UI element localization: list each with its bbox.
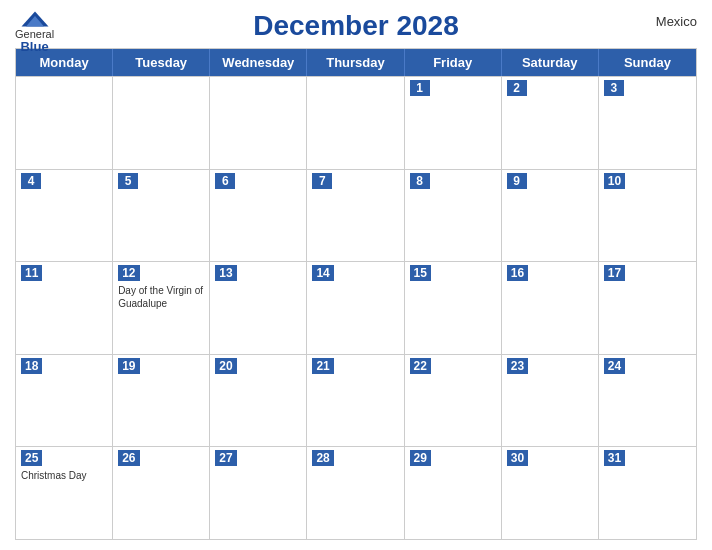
calendar-cell: 27 xyxy=(210,447,307,539)
day-number: 0 xyxy=(312,80,332,96)
calendar-cell: 6 xyxy=(210,170,307,262)
calendar-cell: 17 xyxy=(599,262,696,354)
calendar-cell: 9 xyxy=(502,170,599,262)
calendar-row: 45678910 xyxy=(16,169,696,262)
day-number: 1 xyxy=(410,80,430,96)
calendar-cell: 26 xyxy=(113,447,210,539)
day-number: 28 xyxy=(312,450,333,466)
calendar-row: 25Christmas Day262728293031 xyxy=(16,446,696,539)
calendar-cell: 4 xyxy=(16,170,113,262)
day-number: 24 xyxy=(604,358,625,374)
calendar-cell: 3 xyxy=(599,77,696,169)
calendar-cell: 15 xyxy=(405,262,502,354)
day-number: 9 xyxy=(507,173,527,189)
calendar-cell: 5 xyxy=(113,170,210,262)
calendar-cell: 28 xyxy=(307,447,404,539)
day-number: 27 xyxy=(215,450,236,466)
day-number: 13 xyxy=(215,265,236,281)
calendar: MondayTuesdayWednesdayThursdayFridaySatu… xyxy=(15,48,697,540)
page: General Blue December 2028 Mexico Monday… xyxy=(0,0,712,550)
calendar-cell: 1 xyxy=(405,77,502,169)
calendar-body: 0000123456789101112Day of the Virgin of … xyxy=(16,76,696,539)
weekday-header: Tuesday xyxy=(113,49,210,76)
calendar-cell: 24 xyxy=(599,355,696,447)
calendar-cell: 29 xyxy=(405,447,502,539)
day-number: 4 xyxy=(21,173,41,189)
logo: General Blue xyxy=(15,10,54,54)
day-number: 18 xyxy=(21,358,42,374)
page-title: December 2028 xyxy=(253,10,458,42)
day-number: 16 xyxy=(507,265,528,281)
calendar-cell: 22 xyxy=(405,355,502,447)
day-number: 8 xyxy=(410,173,430,189)
day-number: 11 xyxy=(21,265,42,281)
day-number: 0 xyxy=(21,80,41,96)
weekday-header: Thursday xyxy=(307,49,404,76)
day-number: 26 xyxy=(118,450,139,466)
calendar-cell: 25Christmas Day xyxy=(16,447,113,539)
calendar-cell: 14 xyxy=(307,262,404,354)
day-number: 22 xyxy=(410,358,431,374)
day-number: 10 xyxy=(604,173,625,189)
calendar-cell: 0 xyxy=(113,77,210,169)
day-number: 2 xyxy=(507,80,527,96)
day-number: 31 xyxy=(604,450,625,466)
day-number: 23 xyxy=(507,358,528,374)
calendar-cell: 7 xyxy=(307,170,404,262)
calendar-cell: 0 xyxy=(307,77,404,169)
weekday-header: Saturday xyxy=(502,49,599,76)
calendar-cell: 11 xyxy=(16,262,113,354)
calendar-cell: 0 xyxy=(210,77,307,169)
weekday-header: Wednesday xyxy=(210,49,307,76)
day-number: 7 xyxy=(312,173,332,189)
day-number: 17 xyxy=(604,265,625,281)
day-number: 30 xyxy=(507,450,528,466)
day-number: 15 xyxy=(410,265,431,281)
event-text: Christmas Day xyxy=(21,469,107,482)
calendar-cell: 31 xyxy=(599,447,696,539)
country-label: Mexico xyxy=(656,14,697,29)
calendar-row: 0000123 xyxy=(16,76,696,169)
event-text: Day of the Virgin of Guadalupe xyxy=(118,284,204,310)
calendar-cell: 2 xyxy=(502,77,599,169)
day-number: 0 xyxy=(118,80,138,96)
calendar-cell: 30 xyxy=(502,447,599,539)
calendar-cell: 20 xyxy=(210,355,307,447)
day-number: 5 xyxy=(118,173,138,189)
calendar-row: 18192021222324 xyxy=(16,354,696,447)
header: General Blue December 2028 Mexico xyxy=(15,10,697,42)
weekday-header: Sunday xyxy=(599,49,696,76)
logo-blue-text: Blue xyxy=(20,40,48,54)
calendar-cell: 19 xyxy=(113,355,210,447)
calendar-cell: 16 xyxy=(502,262,599,354)
day-number: 19 xyxy=(118,358,139,374)
day-number: 0 xyxy=(215,80,235,96)
weekday-header: Friday xyxy=(405,49,502,76)
calendar-header: MondayTuesdayWednesdayThursdayFridaySatu… xyxy=(16,49,696,76)
calendar-cell: 23 xyxy=(502,355,599,447)
calendar-row: 1112Day of the Virgin of Guadalupe131415… xyxy=(16,261,696,354)
day-number: 12 xyxy=(118,265,139,281)
day-number: 25 xyxy=(21,450,42,466)
day-number: 3 xyxy=(604,80,624,96)
day-number: 6 xyxy=(215,173,235,189)
calendar-cell: 0 xyxy=(16,77,113,169)
day-number: 20 xyxy=(215,358,236,374)
calendar-cell: 18 xyxy=(16,355,113,447)
calendar-cell: 8 xyxy=(405,170,502,262)
calendar-cell: 13 xyxy=(210,262,307,354)
day-number: 21 xyxy=(312,358,333,374)
logo-icon xyxy=(20,10,50,28)
day-number: 29 xyxy=(410,450,431,466)
day-number: 14 xyxy=(312,265,333,281)
calendar-cell: 21 xyxy=(307,355,404,447)
calendar-cell: 12Day of the Virgin of Guadalupe xyxy=(113,262,210,354)
calendar-cell: 10 xyxy=(599,170,696,262)
